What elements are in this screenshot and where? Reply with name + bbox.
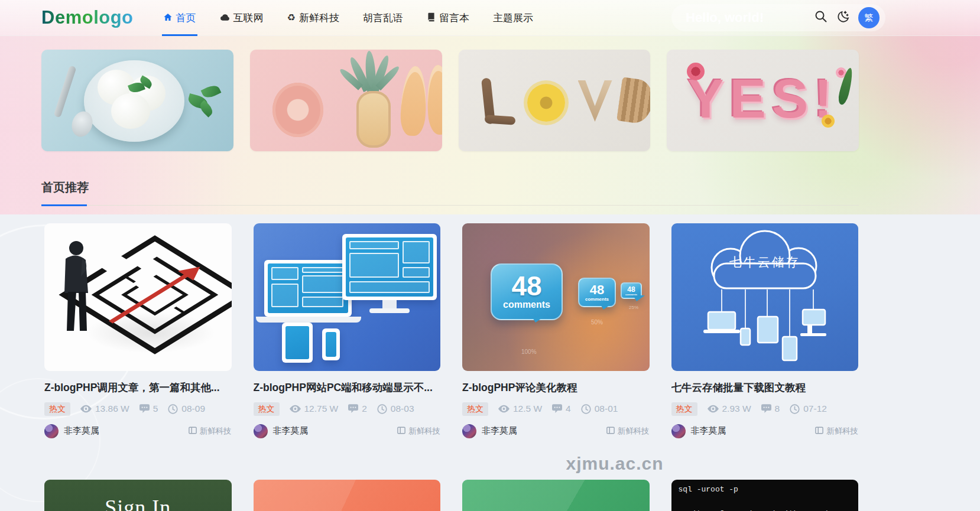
- search-button[interactable]: [810, 6, 832, 29]
- date-value: 08-09: [181, 403, 205, 414]
- nav-item-nonsense[interactable]: 胡言乱语: [362, 0, 404, 36]
- article-meta: 非李莫属 新鲜科技: [671, 424, 859, 438]
- category-link[interactable]: 新鲜科技: [397, 426, 440, 437]
- qiniu-cloud-text: 七牛云储存: [671, 254, 859, 271]
- site-watermark: xjmu.ac.cn: [520, 454, 709, 474]
- comment-bubble-graphic: 48 comments: [491, 263, 563, 320]
- banner-yes[interactable]: YES!: [667, 50, 859, 151]
- section-header: 首页推荐: [41, 180, 859, 206]
- nav-item-label: 主题展示: [493, 11, 533, 25]
- hot-badge: 热文: [44, 402, 70, 416]
- author-avatar[interactable]: [254, 424, 268, 438]
- grapefruit-graphic: [272, 83, 323, 137]
- bubble-number: 48: [590, 284, 604, 297]
- comment-icon: [139, 404, 150, 414]
- article-image-green-polygons[interactable]: [462, 480, 650, 511]
- nav-item-theme-showcase[interactable]: 主题展示: [492, 0, 534, 36]
- love-letter-V-shell: [578, 80, 612, 122]
- businessman-graphic: [54, 239, 95, 341]
- yes-flower-text: YES!: [687, 68, 838, 130]
- author-avatar[interactable]: [671, 424, 686, 438]
- article-stats: 热文 13.86 W 5 08-09: [44, 402, 232, 416]
- hot-badge: 热文: [671, 402, 697, 416]
- article-card[interactable]: Sign In: [44, 480, 232, 511]
- monitor-stand-graphic: [382, 300, 397, 308]
- nav-item-fresh-tech[interactable]: ♻ 新鲜科技: [286, 0, 340, 36]
- category-label: 新鲜科技: [408, 426, 440, 437]
- views-stat: 12.75 W: [290, 403, 339, 414]
- moon-stars-icon: [836, 9, 851, 26]
- cloud-icon: [220, 13, 230, 23]
- author-avatar[interactable]: [44, 424, 59, 438]
- category-icon: [189, 427, 197, 436]
- views-value: 2.93 W: [722, 403, 751, 414]
- bubble-number: 48: [627, 286, 635, 293]
- article-card[interactable]: Z-blogPHP网站PC端和移动端显示不... 热文 12.75 W 2 08…: [254, 223, 441, 438]
- date-stat: 08-03: [377, 403, 414, 414]
- clock-icon: [168, 404, 178, 414]
- article-image-signin[interactable]: Sign In: [44, 480, 232, 511]
- category-icon: [397, 427, 405, 436]
- banner-love[interactable]: [459, 50, 651, 151]
- article-image-coral-polygons[interactable]: [254, 480, 441, 511]
- nav-item-internet[interactable]: 互联网: [219, 0, 265, 36]
- header-toolbar: Hello, world! 繁: [671, 4, 885, 31]
- author-name[interactable]: 非李莫属: [482, 425, 517, 437]
- article-image-maze[interactable]: [44, 223, 232, 371]
- article-image-qiniu-cloud[interactable]: 七牛云储存: [671, 223, 859, 371]
- bubble-number: 48: [511, 274, 541, 300]
- nav-item-label: 首页: [176, 11, 196, 25]
- date-stat: 08-09: [168, 403, 205, 414]
- article-title[interactable]: Z-blogPHP调用文章，第一篇和其他...: [44, 380, 232, 395]
- nav-item-guestbook[interactable]: 留言本: [426, 0, 470, 36]
- article-card[interactable]: 48 comments 48 comments 48 comments 100%…: [462, 223, 650, 438]
- love-letter-E-shell: [616, 77, 651, 125]
- author-name[interactable]: 非李莫属: [273, 425, 309, 437]
- article-card[interactable]: [254, 480, 441, 511]
- comment-icon: [761, 404, 771, 414]
- sign-in-text: Sign In: [44, 495, 232, 511]
- comments-value: 8: [775, 403, 780, 414]
- comment-bubble-graphic: 48 comments: [578, 278, 616, 307]
- article-title[interactable]: 七牛云存储批量下载图文教程: [671, 380, 859, 395]
- article-title[interactable]: Z-blogPHP评论美化教程: [462, 380, 650, 395]
- views-value: 13.86 W: [95, 403, 129, 414]
- article-image-comments[interactable]: 48 comments 48 comments 48 comments 100%…: [462, 223, 650, 371]
- page: Demologo 首页 互联网 ♻ 新鲜科技 胡言乱语: [0, 0, 980, 511]
- date-value: 08-03: [391, 403, 414, 414]
- site-logo[interactable]: Demologo: [41, 7, 134, 28]
- eye-icon: [708, 405, 719, 413]
- author-name[interactable]: 非李莫属: [64, 425, 99, 437]
- laptop-graphic: [264, 260, 352, 317]
- category-link[interactable]: 新鲜科技: [189, 426, 232, 437]
- article-meta: 非李莫属 新鲜科技: [462, 424, 650, 438]
- article-card[interactable]: sql -uroot -p monitor. Commands end with…: [671, 480, 859, 511]
- ice-cream-scoop: [111, 93, 150, 129]
- tablet-graphic: [282, 323, 313, 363]
- article-title[interactable]: Z-blogPHP网站PC端和移动端显示不...: [254, 380, 441, 395]
- section-title: 首页推荐: [41, 180, 859, 205]
- category-link[interactable]: 新鲜科技: [606, 426, 650, 437]
- article-card[interactable]: Z-blogPHP调用文章，第一篇和其他... 热文 13.86 W 5 08-…: [44, 223, 232, 438]
- percent-label: 50%: [591, 319, 603, 326]
- search-icon: [814, 9, 828, 26]
- article-card[interactable]: [462, 480, 650, 511]
- article-image-devices[interactable]: [254, 223, 441, 371]
- bubble-label: comments: [625, 293, 637, 296]
- traditional-chinese-toggle[interactable]: 繁: [858, 7, 880, 28]
- banner-pineapple-shoes[interactable]: [250, 50, 442, 151]
- dark-mode-toggle[interactable]: [832, 6, 855, 29]
- article-card[interactable]: 七牛云储存 七牛云存储批量下载图文教程 热文 2.93 W 8 07-12: [671, 223, 859, 438]
- author-name[interactable]: 非李莫属: [691, 425, 726, 437]
- laptop-base-graphic: [256, 317, 361, 323]
- eye-icon: [498, 405, 510, 413]
- nav-item-home[interactable]: 首页: [162, 0, 197, 36]
- article-image-terminal[interactable]: sql -uroot -p monitor. Commands end with…: [671, 480, 859, 511]
- category-icon: [815, 427, 823, 436]
- date-value: 08-01: [595, 403, 618, 414]
- comments-stat: 8: [761, 403, 780, 414]
- banner-ice-cream[interactable]: [41, 50, 233, 151]
- category-link[interactable]: 新鲜科技: [815, 426, 858, 437]
- hot-badge: 热文: [462, 402, 488, 416]
- author-avatar[interactable]: [462, 424, 476, 438]
